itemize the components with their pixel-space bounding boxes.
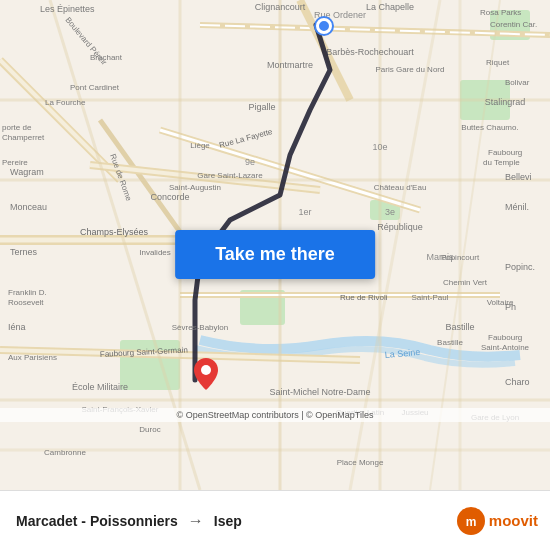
svg-text:Popinc.: Popinc. [505,262,535,272]
route-arrow-icon: → [188,512,204,530]
svg-text:Voltaire: Voltaire [487,298,514,307]
moovit-brand-name: moovit [489,512,538,529]
svg-text:Montmartre: Montmartre [267,60,313,70]
svg-text:Rosa Parks: Rosa Parks [480,8,521,17]
svg-text:Faubourg: Faubourg [488,333,522,342]
svg-text:Charo: Charo [505,377,530,387]
svg-text:Pigalle: Pigalle [248,102,275,112]
route-from-label: Marcadet - Poissonniers [16,513,178,529]
svg-text:Bastille: Bastille [437,338,463,347]
svg-text:Rue de Rivoli: Rue de Rivoli [340,293,388,302]
bottom-bar: Marcadet - Poissonniers → Isep m moovit [0,490,550,550]
origin-marker [316,18,332,34]
svg-text:Wagram: Wagram [10,167,44,177]
svg-text:La Chapelle: La Chapelle [366,2,414,12]
svg-text:Aux Parisiens: Aux Parisiens [8,353,57,362]
svg-text:La Fourche: La Fourche [45,98,86,107]
svg-text:Faubourg: Faubourg [488,148,522,157]
svg-text:Champs-Elysées: Champs-Elysées [80,227,149,237]
svg-text:Iéna: Iéna [8,322,26,332]
svg-text:porte de: porte de [2,123,32,132]
svg-text:Place Monge: Place Monge [337,458,384,467]
svg-text:9e: 9e [245,157,255,167]
svg-text:Liège: Liège [190,141,210,150]
svg-text:Stalingrad: Stalingrad [485,97,526,107]
svg-text:Invalides: Invalides [139,248,171,257]
svg-text:Popincourt: Popincourt [441,253,480,262]
svg-text:Les Épinettes: Les Épinettes [40,4,95,14]
svg-text:Ternes: Ternes [10,247,38,257]
svg-text:10e: 10e [372,142,387,152]
route-to-label: Isep [214,513,242,529]
svg-text:Chemin Vert: Chemin Vert [443,278,488,287]
svg-text:Champerret: Champerret [2,133,45,142]
svg-text:Saint-Antoine: Saint-Antoine [481,343,530,352]
svg-text:Franklin D.: Franklin D. [8,288,47,297]
svg-text:Cambronne: Cambronne [44,448,86,457]
svg-text:Saint-Augustin: Saint-Augustin [169,183,221,192]
svg-text:Saint-Paul: Saint-Paul [412,293,449,302]
svg-text:Sèvres-Babylon: Sèvres-Babylon [172,323,228,332]
svg-point-107 [201,365,211,375]
svg-text:m: m [465,515,476,529]
svg-text:Riquet: Riquet [486,58,510,67]
svg-text:Duroc: Duroc [139,425,160,434]
svg-text:Roosevelt: Roosevelt [8,298,44,307]
svg-text:du Temple: du Temple [483,158,520,167]
take-me-there-button[interactable]: Take me there [175,230,375,279]
svg-text:1er: 1er [298,207,311,217]
svg-text:Pereire: Pereire [2,158,28,167]
svg-text:Pont Cardinet: Pont Cardinet [70,83,120,92]
svg-text:3e: 3e [385,207,395,217]
svg-text:Paris Gare du Nord: Paris Gare du Nord [376,65,445,74]
svg-text:Clignancourt: Clignancourt [255,2,306,12]
svg-text:République: République [377,222,423,232]
map-attribution: © OpenStreetMap contributors | © OpenMap… [0,408,550,422]
svg-text:École Militaire: École Militaire [72,382,128,392]
svg-text:Barbès-Rochechouart: Barbès-Rochechouart [326,47,414,57]
svg-text:Ménil.: Ménil. [505,202,529,212]
svg-text:Concorde: Concorde [150,192,189,202]
svg-text:Bastille: Bastille [445,322,474,332]
svg-text:Monceau: Monceau [10,202,47,212]
moovit-icon: m [457,507,485,535]
svg-text:Corentin Car.: Corentin Car. [490,20,537,29]
moovit-logo: m moovit [457,507,538,535]
svg-text:Buttes Chaumo.: Buttes Chaumo. [461,123,518,132]
map-container: 1er 3e Marais 9e 10e Rue Ordener Rue La … [0,0,550,490]
svg-text:Saint-Michel Notre-Dame: Saint-Michel Notre-Dame [269,387,370,397]
svg-text:Gare Saint-Lazare: Gare Saint-Lazare [197,171,263,180]
destination-marker [194,358,218,390]
svg-text:Château d'Eau: Château d'Eau [374,183,427,192]
svg-text:Bolivar: Bolivar [505,78,530,87]
svg-text:Bellevi: Bellevi [505,172,532,182]
